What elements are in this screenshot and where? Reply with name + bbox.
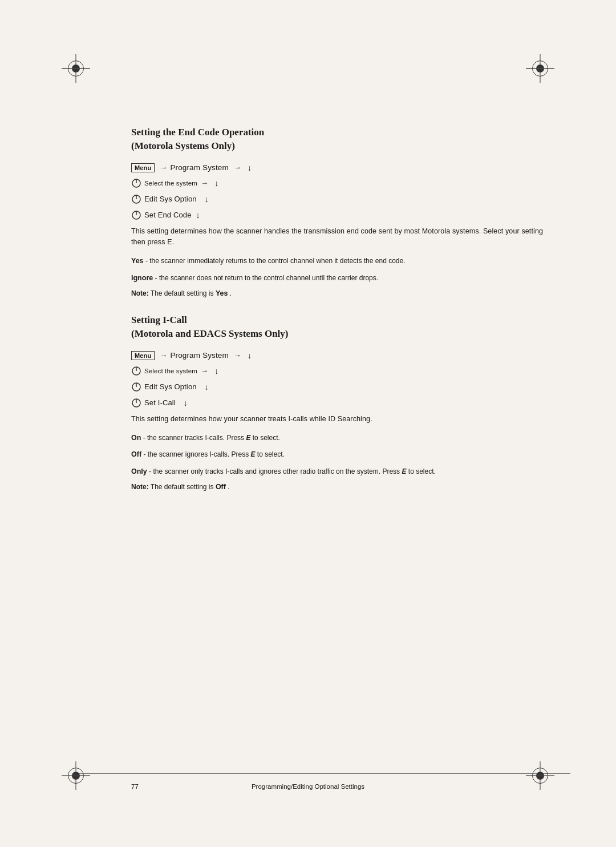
nav-set-icall: Set I-Call [144, 398, 176, 407]
arrow-1a: → [160, 163, 167, 172]
nav-select-system-1: Select the system [144, 180, 197, 187]
nav-step-1d: Set End Code ↓ [131, 210, 548, 220]
h-rule-bottom-left [62, 776, 90, 776]
nav-step-2c: Edit Sys Option ↓ [131, 382, 548, 392]
section1-body: This setting determines how the scanner … [131, 226, 548, 248]
h-rule-top-left [62, 68, 90, 68]
down-arrow-2-1: ↓ [248, 351, 252, 360]
reg-mark-top-left [62, 54, 90, 83]
section2-only: Only - the scanner only tracks I-calls a… [131, 466, 548, 477]
arrow-2a: → [201, 179, 208, 187]
arrow-2-1b: → [234, 351, 241, 360]
footer: 77 Programming/Editing Optional Settings [0, 783, 616, 790]
reg-mark-top-right [526, 54, 554, 83]
down-arrow-2-2: ↓ [214, 366, 218, 376]
power-icon-2d [131, 398, 141, 408]
down-arrow-3: ↓ [205, 195, 209, 204]
page: Setting the End Code Operation (Motorola… [0, 0, 616, 847]
section2-off: Off - the scanner ignores I-calls. Press… [131, 449, 548, 460]
section-end-code: Setting the End Code Operation (Motorola… [131, 126, 548, 297]
section1-note: Note: The default setting is Yes . [131, 289, 548, 297]
down-arrow-2-4: ↓ [184, 398, 188, 408]
h-rule-top-right [526, 68, 554, 68]
arrow-2-2a: → [201, 366, 208, 375]
section2-on: On - the scanner tracks I-calls. Press E… [131, 433, 548, 443]
down-arrow-2: ↓ [214, 179, 218, 188]
power-icon-1b [131, 178, 141, 188]
footer-page-number: 77 [131, 783, 139, 790]
h-rule-bottom [74, 773, 570, 774]
nav-step-1a: Menu → Program System → ↓ [131, 163, 548, 172]
section2-body: This setting determines how your scanner… [131, 414, 548, 425]
nav-program-system-2: Program System [170, 351, 228, 360]
nav-step-1c: Edit Sys Option ↓ [131, 194, 548, 204]
power-icon-2b [131, 366, 141, 376]
down-arrow-1: ↓ [248, 163, 252, 172]
main-content: Setting the End Code Operation (Motorola… [131, 126, 548, 750]
nav-edit-sys-option-2: Edit Sys Option [144, 382, 197, 391]
nav-edit-sys-option-1: Edit Sys Option [144, 195, 197, 203]
nav-step-2b: Select the system → ↓ [131, 366, 548, 376]
nav-program-system-1: Program System [170, 163, 228, 172]
power-icon-2c [131, 382, 141, 392]
nav-select-system-2: Select the system [144, 368, 197, 374]
section1-title: Setting the End Code Operation (Motorola… [131, 126, 548, 153]
section1-ignore: Ignore - the scanner does not return to … [131, 273, 548, 284]
nav-step-2a: Menu → Program System → ↓ [131, 351, 548, 360]
nav-step-2d: Set I-Call ↓ [131, 398, 548, 408]
menu-box-2: Menu [131, 351, 155, 360]
section2-title: Setting I-Call (Motorola and EDACS Syste… [131, 313, 548, 341]
down-arrow-4: ↓ [196, 211, 200, 220]
arrow-1b: → [234, 163, 241, 172]
nav-set-end-code: Set End Code [144, 211, 192, 219]
section2-note: Note: The default setting is Off . [131, 483, 548, 491]
power-icon-1d [131, 210, 141, 220]
section-icall: Setting I-Call (Motorola and EDACS Syste… [131, 313, 548, 491]
section1-yes: Yes - the scanner immediately returns to… [131, 256, 548, 267]
h-rule-bottom-right [526, 776, 554, 776]
power-icon-1c [131, 194, 141, 204]
nav-step-1b: Select the system → ↓ [131, 178, 548, 188]
arrow-2-1a: → [160, 351, 167, 360]
footer-page-title: Programming/Editing Optional Settings [252, 783, 364, 790]
down-arrow-2-3: ↓ [205, 382, 209, 392]
menu-box-1: Menu [131, 163, 155, 172]
